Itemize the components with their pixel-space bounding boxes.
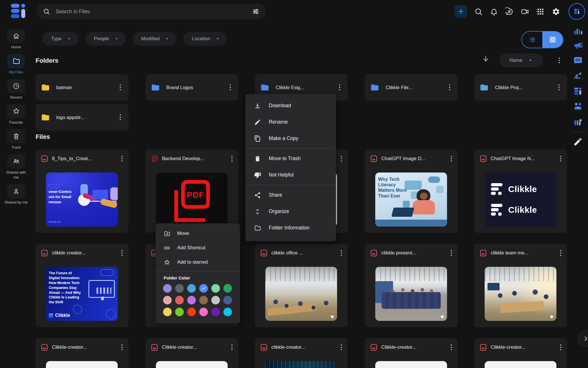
color-swatch[interactable] bbox=[223, 308, 232, 316]
sidebar-item-favorite[interactable]: Favorite bbox=[3, 104, 29, 125]
sidebar-item-button[interactable] bbox=[7, 54, 25, 68]
section-more-button[interactable] bbox=[555, 56, 563, 64]
folder-more-button[interactable] bbox=[555, 83, 563, 91]
menu-item-add-to-starred[interactable]: Add to starred bbox=[156, 255, 240, 269]
filter-chip-modified[interactable]: Modified bbox=[133, 32, 176, 46]
folder-more-button[interactable] bbox=[446, 83, 454, 91]
app-esign-icon[interactable] bbox=[573, 71, 583, 81]
menu-item-make-a-copy[interactable]: Make a Copy bbox=[245, 130, 336, 147]
menu-item-download[interactable]: Download bbox=[245, 97, 336, 114]
filter-sliders-icon[interactable] bbox=[252, 8, 260, 15]
menu-item-share[interactable]: Share bbox=[245, 187, 336, 203]
folder-card[interactable]: batman bbox=[36, 74, 128, 101]
app-hr-icon[interactable] bbox=[573, 101, 583, 112]
color-swatch[interactable] bbox=[223, 296, 232, 304]
color-swatch[interactable] bbox=[199, 284, 208, 293]
sidebar-item-home[interactable]: Home bbox=[3, 29, 29, 49]
sidebar-item-shared-with-me[interactable]: Shared with me bbox=[3, 154, 29, 180]
color-swatch[interactable] bbox=[223, 284, 232, 293]
sidebar-item-button[interactable] bbox=[7, 129, 25, 143]
account-avatar[interactable] bbox=[568, 3, 585, 20]
file-card[interactable]: clikkle-creator... bbox=[255, 338, 348, 368]
file-more-button[interactable] bbox=[447, 155, 455, 163]
file-card[interactable]: 8_Tips_to_Creat...omer-Centricure for Sm… bbox=[36, 150, 128, 233]
folder-more-button[interactable] bbox=[336, 83, 344, 91]
sidebar-item-button[interactable] bbox=[7, 29, 25, 43]
filter-chip-people[interactable]: People bbox=[85, 32, 126, 46]
menu-item-organize[interactable]: Organize bbox=[245, 203, 336, 220]
folder-card[interactable]: logo appstir... bbox=[36, 104, 128, 131]
app-campaigns-icon[interactable] bbox=[573, 27, 583, 37]
file-card[interactable]: PDFBackend Develop...PDF bbox=[146, 150, 238, 233]
sort-by-dropdown[interactable]: Name bbox=[500, 53, 543, 67]
menu-item-move[interactable]: Move bbox=[156, 226, 240, 241]
folder-more-button[interactable] bbox=[226, 83, 234, 91]
color-swatch[interactable] bbox=[199, 296, 208, 304]
file-card[interactable]: Clikkle-creator... bbox=[146, 338, 238, 368]
file-card[interactable]: Clikkle-creator... bbox=[36, 338, 128, 368]
global-search-icon[interactable] bbox=[474, 7, 483, 16]
file-more-button[interactable] bbox=[557, 343, 565, 351]
folder-card[interactable]: Clikkle File... bbox=[365, 74, 458, 101]
search-input[interactable] bbox=[55, 8, 252, 15]
list-view-button[interactable] bbox=[522, 32, 542, 48]
file-card[interactable]: clikkle team me... bbox=[474, 244, 567, 327]
settings-gear-icon[interactable] bbox=[552, 7, 560, 16]
app-files-icon[interactable] bbox=[573, 86, 583, 96]
folder-more-button[interactable] bbox=[116, 113, 124, 121]
sidebar-item-button[interactable] bbox=[7, 104, 25, 118]
file-more-button[interactable] bbox=[337, 155, 345, 163]
sidebar-item-button[interactable] bbox=[7, 79, 25, 93]
menu-item-folder-information[interactable]: Folder Information bbox=[245, 220, 336, 236]
file-more-button[interactable] bbox=[557, 249, 565, 257]
file-more-button[interactable] bbox=[337, 343, 345, 351]
menu-item-move-to-trash[interactable]: Move to Trash bbox=[245, 150, 336, 167]
sidebar-item-button[interactable] bbox=[7, 184, 25, 198]
color-swatch[interactable] bbox=[211, 296, 220, 304]
clikkle-logo-icon[interactable] bbox=[11, 3, 26, 18]
menu-item-add-shortcut[interactable]: Add Shortcut bbox=[156, 241, 240, 255]
color-swatch[interactable] bbox=[187, 296, 196, 304]
sidebar-item-my-files[interactable]: My Files bbox=[3, 54, 29, 74]
file-card[interactable]: Clikkle-creator... bbox=[474, 338, 567, 368]
filter-chip-location[interactable]: Location bbox=[183, 32, 227, 46]
apps-grid-icon[interactable] bbox=[536, 7, 545, 16]
file-more-button[interactable] bbox=[118, 343, 126, 351]
edit-pencil-icon[interactable] bbox=[573, 137, 583, 147]
app-projects-icon[interactable] bbox=[573, 118, 583, 128]
file-more-button[interactable] bbox=[118, 249, 126, 257]
menu-item-rename[interactable]: Rename bbox=[245, 114, 336, 130]
sidebar-item-button[interactable] bbox=[7, 154, 25, 168]
file-card[interactable]: ChatGPT Image N...ClikkleClikkle bbox=[474, 150, 567, 233]
color-swatch[interactable] bbox=[163, 284, 172, 293]
sort-direction-icon[interactable] bbox=[481, 55, 490, 63]
file-more-button[interactable] bbox=[118, 155, 126, 163]
color-swatch[interactable] bbox=[163, 296, 172, 304]
sidebar-item-recent[interactable]: Recent bbox=[3, 79, 29, 100]
file-card[interactable]: Clikkle-creator... bbox=[365, 338, 458, 368]
file-more-button[interactable] bbox=[228, 343, 236, 351]
folder-card[interactable]: Brand Logos bbox=[146, 74, 238, 101]
color-swatch[interactable] bbox=[175, 308, 184, 316]
filter-chip-type[interactable]: Type bbox=[42, 32, 78, 46]
color-swatch[interactable] bbox=[199, 308, 208, 316]
sidebar-item-shared-by-me[interactable]: Shared by me bbox=[3, 184, 29, 205]
menu-item-not-helpful[interactable]: Not Helpful bbox=[245, 167, 336, 183]
color-swatch[interactable] bbox=[175, 284, 184, 293]
color-swatch[interactable] bbox=[187, 284, 196, 293]
file-card[interactable]: clikkle creator...The Future ofDigital I… bbox=[36, 244, 128, 327]
notifications-bell-icon[interactable] bbox=[490, 7, 498, 16]
folder-more-button[interactable] bbox=[116, 83, 124, 91]
app-chat-screen-icon[interactable] bbox=[573, 55, 583, 66]
file-card[interactable]: clikkle office ... bbox=[255, 244, 348, 327]
file-more-button[interactable] bbox=[228, 155, 236, 163]
file-more-button[interactable] bbox=[557, 155, 565, 163]
grid-view-button[interactable] bbox=[542, 32, 563, 48]
chat-icon[interactable] bbox=[505, 7, 514, 16]
new-item-button[interactable] bbox=[454, 5, 467, 18]
file-more-button[interactable] bbox=[447, 249, 455, 257]
file-card[interactable]: ChatGPT Image D...Why TechLiteracyMatter… bbox=[365, 150, 458, 233]
file-more-button[interactable] bbox=[337, 249, 345, 257]
file-card[interactable]: clikkle present... bbox=[365, 244, 458, 327]
file-more-button[interactable] bbox=[447, 343, 455, 351]
